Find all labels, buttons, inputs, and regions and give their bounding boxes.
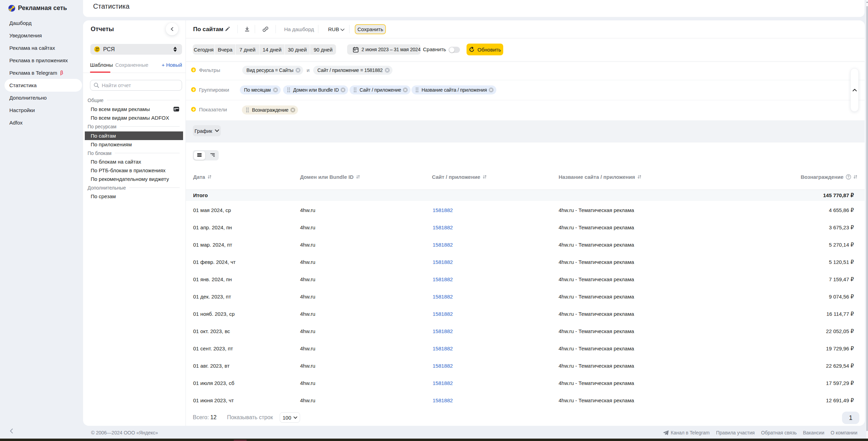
svg-text:10: 10: [95, 47, 99, 50]
